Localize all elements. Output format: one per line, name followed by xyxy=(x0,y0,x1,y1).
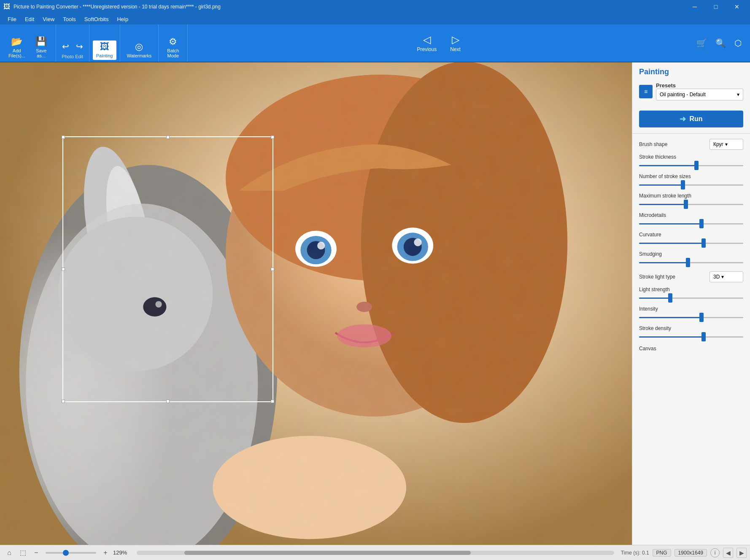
intensity-thumb[interactable] xyxy=(699,313,704,322)
previous-label: Previous xyxy=(417,46,437,52)
add-file-label: AddFile(s)... xyxy=(8,48,25,58)
intensity-label: Intensity xyxy=(639,306,743,312)
max-stroke-length-label: Maximum stroke length xyxy=(639,193,743,199)
info-button[interactable]: i xyxy=(710,548,720,557)
presets-label: Presets xyxy=(656,82,743,89)
stroke-thickness-label: Stroke thickness xyxy=(639,154,743,160)
format-badge: PNG xyxy=(653,549,671,557)
curvature-slider[interactable] xyxy=(639,239,743,247)
add-file-icon: 📂 xyxy=(11,37,22,46)
status-zoom-out-button[interactable]: − xyxy=(30,547,42,559)
stroke-thickness-thumb[interactable] xyxy=(694,161,699,170)
light-strength-fill xyxy=(639,298,670,299)
cube-icon-button[interactable]: ⬡ xyxy=(731,36,745,50)
cart-icon-button[interactable]: 🛒 xyxy=(693,36,710,50)
window-title: Picture to Painting Converter - ****Unre… xyxy=(13,4,682,10)
menu-file[interactable]: File xyxy=(3,15,21,23)
ribbon-spacer xyxy=(188,24,410,62)
num-stroke-sizes-slider[interactable] xyxy=(639,181,743,189)
light-strength-row: Light strength xyxy=(632,285,750,304)
max-stroke-length-fill xyxy=(639,204,686,205)
brush-shape-label: Brush shape xyxy=(639,141,667,147)
batch-mode-button[interactable]: ⚙ BatchMode xyxy=(162,35,184,60)
zoom-slider[interactable] xyxy=(46,552,96,554)
panel-title: Painting xyxy=(632,62,750,80)
undo-icon: ↩ xyxy=(62,41,69,51)
status-zoom-in-button[interactable]: + xyxy=(100,547,111,559)
menu-tools[interactable]: Tools xyxy=(59,15,80,23)
batch-mode-label: BatchMode xyxy=(167,48,179,58)
preset-value: Oil painting - Default xyxy=(660,92,706,97)
num-stroke-sizes-label: Number of stroke sizes xyxy=(639,173,743,179)
status-bar: ⌂ ⬚ − + 129% Time (s): 0.1 PNG 1900x1649… xyxy=(0,545,750,560)
max-stroke-length-thumb[interactable] xyxy=(684,200,688,209)
light-strength-slider[interactable] xyxy=(639,294,743,302)
next-button[interactable]: ▷ Next xyxy=(443,32,467,54)
brush-shape-chevron: ▾ xyxy=(725,141,728,147)
painting-button[interactable]: 🖼 Painting xyxy=(93,41,116,60)
minimize-button[interactable]: ─ xyxy=(685,0,704,14)
ribbon: 📂 AddFile(s)... 💾 Saveas... ↩ ↪ Photo Ed… xyxy=(0,24,750,62)
menu-help[interactable]: Help xyxy=(113,15,132,23)
status-nav-left-button[interactable]: ◀ xyxy=(723,548,733,558)
stroke-light-type-dropdown[interactable]: 3D ▾ xyxy=(710,271,743,282)
microdetails-slider[interactable] xyxy=(639,220,743,227)
zoom-value: 129% xyxy=(113,549,130,556)
stroke-density-row: Stroke density xyxy=(632,324,750,343)
menu-view[interactable]: View xyxy=(38,15,59,23)
stroke-thickness-slider[interactable] xyxy=(639,162,743,169)
num-stroke-sizes-fill xyxy=(639,184,683,186)
status-home-button[interactable]: ⌂ xyxy=(3,547,15,559)
watermarks-button[interactable]: ◎ Watermarks xyxy=(124,41,155,60)
redo-icon: ↪ xyxy=(76,41,83,51)
menu-bar: File Edit View Tools SoftOrbits Help xyxy=(0,14,750,24)
canvas-area[interactable] xyxy=(0,62,632,545)
menu-softorbits[interactable]: SoftOrbits xyxy=(80,15,113,23)
smudging-fill xyxy=(639,262,688,263)
painting-icon: 🖼 xyxy=(100,42,109,51)
scrollbar-thumb[interactable] xyxy=(184,551,471,555)
preset-chevron: ▾ xyxy=(737,92,739,97)
curvature-thumb[interactable] xyxy=(701,238,706,248)
light-strength-thumb[interactable] xyxy=(668,293,672,303)
run-button[interactable]: ➜ Run xyxy=(639,111,743,127)
menu-edit[interactable]: Edit xyxy=(21,15,38,23)
smudging-slider[interactable] xyxy=(639,259,743,266)
maximize-button[interactable]: □ xyxy=(706,0,726,14)
watermarks-icon: ◎ xyxy=(135,42,143,51)
search-icon-button[interactable]: 🔍 xyxy=(712,36,729,50)
status-nav-right-button[interactable]: ▶ xyxy=(737,548,747,558)
add-file-button[interactable]: 📂 AddFile(s)... xyxy=(5,35,29,60)
undo-button[interactable]: ↩ xyxy=(59,40,72,53)
ribbon-group-batch: ⚙ BatchMode xyxy=(159,24,188,62)
redo-button[interactable]: ↪ xyxy=(73,40,86,53)
divider-1 xyxy=(632,133,750,134)
run-arrow-icon: ➜ xyxy=(680,114,686,124)
intensity-slider[interactable] xyxy=(639,314,743,321)
ribbon-undo-redo-buttons: ↩ ↪ xyxy=(59,40,86,53)
microdetails-row: Microdetails xyxy=(632,211,750,230)
status-crop-button[interactable]: ⬚ xyxy=(17,547,29,559)
stroke-light-type-label: Stroke light type xyxy=(639,274,675,280)
save-as-button[interactable]: 💾 Saveas... xyxy=(30,35,52,60)
microdetails-thumb[interactable] xyxy=(699,219,704,228)
batch-mode-icon: ⚙ xyxy=(169,37,177,46)
ribbon-group-watermarks: ◎ Watermarks xyxy=(120,24,159,62)
num-stroke-sizes-thumb[interactable] xyxy=(681,180,685,189)
max-stroke-length-slider[interactable] xyxy=(639,200,743,208)
microdetails-fill xyxy=(639,223,701,225)
smudging-thumb[interactable] xyxy=(686,258,690,267)
horizontal-scrollbar[interactable] xyxy=(137,551,614,555)
title-bar: 🖼 Picture to Painting Converter - ****Un… xyxy=(0,0,750,14)
ribbon-spacer-2 xyxy=(467,24,690,62)
close-button[interactable]: ✕ xyxy=(727,0,747,14)
stroke-density-slider[interactable] xyxy=(639,333,743,341)
presets-right: Presets Oil painting - Default ▾ xyxy=(656,82,743,100)
stroke-thickness-row: Stroke thickness xyxy=(632,152,750,172)
stroke-density-thumb[interactable] xyxy=(701,332,706,341)
stroke-light-type-chevron: ▾ xyxy=(721,274,724,280)
previous-button[interactable]: ◁ Previous xyxy=(410,32,444,54)
preset-dropdown[interactable]: Oil painting - Default ▾ xyxy=(656,89,743,100)
zoom-thumb[interactable] xyxy=(63,550,69,556)
brush-shape-dropdown[interactable]: Круг ▾ xyxy=(710,139,743,150)
